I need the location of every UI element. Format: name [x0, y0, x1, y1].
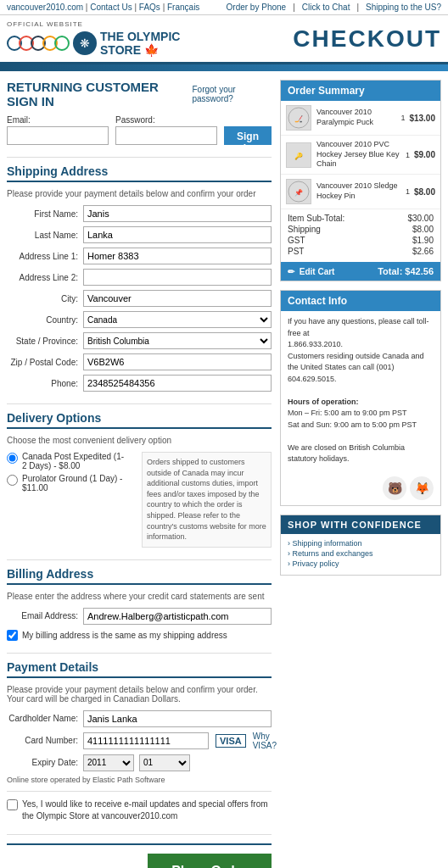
subtotal-value: $30.00 — [407, 214, 434, 223]
optin-checkbox[interactable] — [7, 799, 18, 810]
shipping-info-link[interactable]: Shipping information — [288, 539, 434, 548]
shipping-title: Shipping Address — [7, 164, 272, 182]
phone-input[interactable] — [83, 375, 272, 392]
order-item-2-img: 🔑 — [286, 142, 311, 168]
billing-description: Please enter the address where your cred… — [7, 592, 272, 601]
gst-value: $1.90 — [412, 236, 434, 245]
cardholder-row: Cardholder Name: — [7, 710, 272, 727]
snowflake-logo: ❋ — [73, 31, 97, 55]
signin-form: Email: Password: Sign In — [7, 115, 272, 145]
order-item-3-img: 📌 — [286, 179, 311, 204]
order-item-3-desc: Vancouver 2010 Sledge Hockey Pin — [316, 181, 401, 201]
hours-text: Mon – Fri: 5:00 am to 9:00 pm PST Sat an… — [288, 408, 434, 431]
contact-info-box: Contact Info If you have any questions, … — [280, 290, 441, 506]
optin-separator — [7, 791, 272, 792]
visa-logo: VISA — [216, 734, 246, 748]
card-number-label: Card Number: — [7, 736, 83, 745]
country-row: Country: Canada United States — [7, 311, 272, 328]
hours-title: Hours of operation: — [288, 398, 359, 406]
city-row: City: — [7, 290, 272, 307]
nav-link-contact[interactable]: Contact Us — [90, 3, 132, 12]
delivery-row: Canada Post Expedited (1-2 Days) - $8.00… — [7, 452, 272, 548]
forgot-password-link[interactable]: Forgot your password? — [192, 85, 272, 103]
left-column: RETURNING Customer Sign In Forgot your p… — [7, 80, 280, 868]
order-summary: Order Summary 🏒 Vancouver 2010 Paralympi… — [280, 80, 441, 281]
email-input[interactable] — [7, 126, 109, 145]
state-row: State / Province: British Columbia Alber… — [7, 332, 272, 349]
billing-email-input[interactable] — [83, 608, 272, 625]
signin-separator — [7, 157, 272, 158]
top-nav-left: vancouver2010.com | Contact Us | FAQs | … — [7, 3, 199, 12]
address2-input[interactable] — [83, 269, 272, 286]
edit-cart-bar: ✏ Edit Cart Total: $42.56 — [281, 262, 440, 281]
nav-link-shipping-us[interactable]: Shipping to the US? — [366, 3, 441, 12]
delivery-radio-expedited[interactable] — [7, 453, 18, 464]
state-label: State / Province: — [7, 337, 83, 346]
zip-label: Zip / Postal Code: — [7, 358, 83, 367]
password-label: Password: — [115, 115, 217, 125]
nav-link-faqs[interactable]: FAQs — [139, 3, 160, 12]
nav-link-vancouver[interactable]: vancouver2010.com — [7, 3, 83, 12]
country-select[interactable]: Canada United States — [83, 311, 272, 328]
contact-mascots: 🐻 🦊 — [288, 476, 434, 500]
edit-cart-btn[interactable]: ✏ Edit Cart — [288, 267, 334, 276]
order-item-1-qty: 1 — [400, 114, 405, 122]
place-order-button[interactable]: Place Order — [148, 854, 272, 868]
privacy-link[interactable]: Privacy policy — [288, 559, 434, 568]
last-name-label: Last Name: — [7, 231, 83, 240]
nav-link-chat[interactable]: Click to Chat — [302, 3, 350, 12]
contact-info-title: Contact Info — [281, 291, 440, 311]
password-input[interactable] — [115, 126, 217, 145]
the-text: THE OLYMPIC — [100, 30, 180, 43]
delivery-description: Choose the most convenient delivery opti… — [7, 436, 272, 445]
blue-bar — [0, 64, 448, 71]
address1-input[interactable] — [83, 248, 272, 264]
country-label: Country: — [7, 315, 83, 325]
billing-title: Billing Address — [7, 567, 272, 585]
optin-label: Yes, I would like to receive e-mail upda… — [22, 798, 272, 822]
order-totals: Item Sub-Total: $30.00 Shipping $8.00 GS… — [281, 209, 440, 262]
zip-input[interactable] — [83, 353, 272, 370]
nav-link-francais[interactable]: Français — [167, 3, 199, 12]
contact-info-text: If you have any questions, please call t… — [288, 316, 434, 385]
card-number-wrapper: VISA Why VISA? — [83, 732, 277, 750]
expiry-month-select[interactable]: 01 02 03 04 05 06 07 08 09 10 11 12 — [139, 754, 190, 771]
expiry-selects: 2011 2012 2013 2014 01 02 03 04 05 06 07… — [83, 754, 190, 771]
order-item-3-qty: 1 — [406, 187, 410, 196]
city-input[interactable] — [83, 290, 272, 307]
billing-separator — [7, 653, 272, 654]
why-visa-link[interactable]: Why VISA? — [253, 732, 277, 750]
order-item-2-qty: 1 — [406, 151, 410, 159]
phone-label: Phone: — [7, 379, 83, 388]
nav-link-order-phone[interactable]: Order by Phone — [227, 3, 287, 12]
order-item-2: 🔑 Vancouver 2010 PVC Hockey Jersey Blue … — [281, 136, 440, 175]
delivery-title: Delivery Options — [7, 411, 272, 429]
state-select[interactable]: British Columbia Alberta Ontario — [83, 332, 272, 349]
gst-label: GST — [288, 236, 305, 245]
signin-title: RETURNING Customer Sign In — [7, 80, 192, 108]
delivery-section: Delivery Options Choose the most conveni… — [7, 411, 272, 548]
email-field-container: Email: — [7, 115, 109, 145]
main-content: RETURNING Customer Sign In Forgot your p… — [0, 71, 448, 868]
expiry-label: Expiry Date: — [7, 758, 83, 767]
signin-header: RETURNING Customer Sign In Forgot your p… — [7, 80, 272, 108]
signin-button[interactable]: Sign In — [224, 126, 272, 145]
same-as-shipping-checkbox[interactable] — [7, 630, 18, 641]
delivery-radio-purolator[interactable] — [7, 475, 18, 486]
subtotal-row: Item Sub-Total: $30.00 — [288, 214, 434, 223]
payment-description: Please provide your payment details belo… — [7, 685, 272, 704]
pencil-icon: ✏ — [288, 267, 294, 276]
card-number-input[interactable] — [83, 732, 209, 749]
mascot-2-icon: 🦊 — [410, 476, 434, 500]
svg-text:🔑: 🔑 — [294, 152, 303, 160]
header: OFFICIAL WEBSITE ❋ THE OLYMPIC STORE 🍁 C… — [0, 15, 448, 64]
returns-link[interactable]: Returns and exchanges — [288, 549, 434, 558]
cardholder-input[interactable] — [83, 710, 272, 727]
top-nav-right: Order by Phone | Click to Chat | Shippin… — [227, 3, 441, 12]
pst-label: PST — [288, 247, 304, 256]
expiry-year-select[interactable]: 2011 2012 2013 2014 — [83, 754, 134, 771]
order-total: Total: $42.56 — [378, 266, 434, 276]
last-name-input[interactable] — [83, 226, 272, 243]
delivery-note-box: Orders shipped to customers outside of C… — [142, 452, 272, 548]
first-name-input[interactable] — [83, 205, 272, 222]
